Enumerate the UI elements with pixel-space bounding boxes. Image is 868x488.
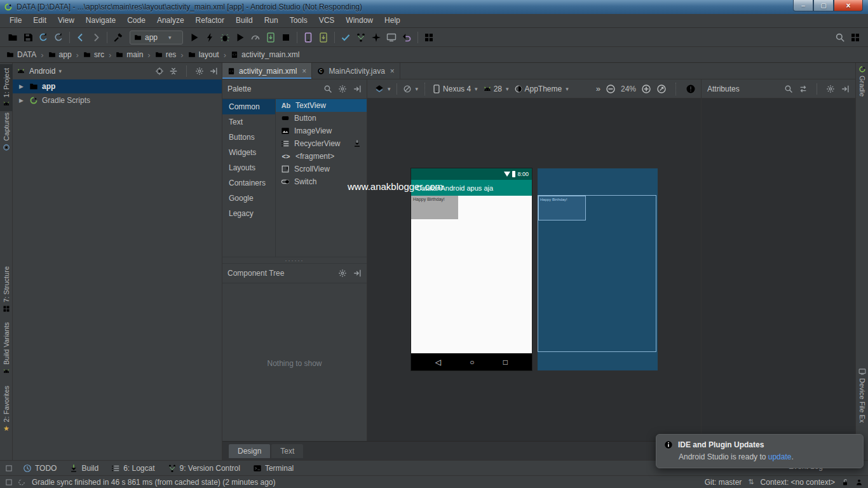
sync-gradle-button[interactable]: [36, 30, 51, 45]
forward-button[interactable]: [88, 30, 104, 45]
toolwindow-build[interactable]: Build: [63, 464, 105, 473]
hide-panel-icon[interactable]: [209, 67, 218, 76]
undo-button[interactable]: [399, 30, 414, 45]
lock-icon[interactable]: [841, 478, 849, 486]
install-device-button[interactable]: [263, 30, 278, 45]
toolwindow-terminal[interactable]: Terminal: [247, 464, 300, 473]
gear-icon[interactable]: [195, 67, 204, 76]
apply-changes-button[interactable]: [202, 30, 217, 45]
vcs-branch-button[interactable]: [353, 30, 369, 45]
design-preview-phone[interactable]: 8:00 CatatanAndroid apus aja Happy Birth…: [411, 168, 532, 370]
notification-popup[interactable]: IDE and Plugin Updates Android Studio is…: [656, 434, 864, 468]
toolwindow-logcat[interactable]: 6: Logcat: [105, 464, 161, 473]
tab-mainactivity-java[interactable]: MainActivity.java ×: [312, 63, 400, 79]
run-button[interactable]: [187, 30, 202, 45]
breadcrumb-item-layout[interactable]: layout: [187, 50, 220, 59]
design-surface-select[interactable]: ▾: [372, 85, 393, 93]
hide-panel-icon[interactable]: [353, 269, 362, 278]
stripe-favorites[interactable]: 2: Favorites ★: [0, 386, 13, 433]
menu-item-run[interactable]: Run: [259, 14, 284, 27]
api-level-select[interactable]: 28▾: [480, 85, 512, 93]
toolwindow-version-control[interactable]: 9: Version Control: [161, 464, 247, 473]
toolwindow-layout-button[interactable]: [848, 30, 863, 45]
palette-category-layouts[interactable]: Layouts: [222, 160, 275, 175]
palette-item-recyclerview[interactable]: RecyclerView: [276, 137, 367, 150]
gear-icon[interactable]: [826, 85, 835, 93]
vcs-update-button[interactable]: [338, 30, 353, 45]
run-configuration-select[interactable]: app ▾: [130, 30, 183, 44]
collapse-all-icon[interactable]: [169, 67, 178, 76]
toolwindow-todo[interactable]: TODO: [17, 464, 63, 473]
menu-item-navigate[interactable]: Navigate: [80, 14, 121, 27]
hide-panel-icon[interactable]: [353, 85, 362, 93]
menu-item-file[interactable]: File: [4, 14, 27, 27]
menu-item-analyze[interactable]: Analyze: [151, 14, 190, 27]
gear-icon[interactable]: [338, 85, 347, 93]
process-square-icon[interactable]: [5, 478, 13, 486]
menu-item-code[interactable]: Code: [121, 14, 151, 27]
close-button[interactable]: ×: [834, 0, 863, 11]
breadcrumb-item-src[interactable]: src: [82, 50, 105, 59]
palette-item-scrollview[interactable]: ScrollView: [276, 163, 367, 175]
git-branch-widget[interactable]: Git: master: [705, 478, 742, 487]
swap-arrows-icon[interactable]: [799, 85, 808, 93]
breadcrumb-item-activity-main[interactable]: activity_main.xml: [229, 50, 301, 59]
panel-splitter-handle[interactable]: ······: [222, 257, 367, 264]
tab-activity-main-xml[interactable]: activity_main.xml ×: [222, 63, 312, 79]
breadcrumb-item-app[interactable]: app: [47, 50, 73, 59]
expand-chevron-icon[interactable]: ▶: [19, 83, 25, 90]
menu-item-window[interactable]: Window: [340, 14, 379, 27]
code-insight-button[interactable]: [369, 30, 384, 45]
zoom-to-fit-icon[interactable]: [656, 84, 667, 94]
menu-item-help[interactable]: Help: [379, 14, 406, 27]
resource-manager-button[interactable]: [421, 30, 437, 45]
maximize-button[interactable]: ▢: [813, 0, 834, 11]
stripe-structure[interactable]: 7: Structure: [0, 266, 13, 313]
design-textview[interactable]: Happy Birthday!: [411, 196, 458, 219]
gear-icon[interactable]: [338, 269, 347, 278]
context-widget[interactable]: Context: <no context>: [761, 478, 835, 487]
title-bar[interactable]: DATA [D:\DATA] - ...\app\src\main\res\la…: [0, 0, 868, 14]
project-tree-item-app[interactable]: ▶ app: [13, 79, 222, 93]
close-tab-icon[interactable]: ×: [302, 67, 306, 76]
open-button[interactable]: [5, 30, 20, 45]
breadcrumb-item-data[interactable]: DATA: [5, 50, 37, 59]
search-everywhere-button[interactable]: [832, 30, 848, 45]
debug-button[interactable]: [217, 30, 233, 45]
blueprint-preview[interactable]: Happy Birthday!: [538, 168, 658, 370]
minimize-button[interactable]: –: [793, 0, 813, 11]
expand-chevron-icon[interactable]: ▶: [19, 97, 25, 104]
tab-design[interactable]: Design: [229, 444, 270, 458]
update-link[interactable]: update: [768, 452, 792, 461]
search-icon[interactable]: [323, 85, 332, 93]
palette-item-imageview[interactable]: ImageView: [276, 125, 367, 137]
save-all-button[interactable]: [20, 30, 36, 45]
blueprint-root-layout[interactable]: Happy Birthday!: [538, 195, 656, 352]
device-select[interactable]: Nexus 4▾: [430, 85, 480, 93]
menu-item-tools[interactable]: Tools: [284, 14, 313, 27]
palette-category-text[interactable]: Text: [222, 114, 275, 130]
menu-item-refactor[interactable]: Refactor: [190, 14, 230, 27]
error-badge-icon[interactable]: [686, 84, 696, 94]
menu-item-build[interactable]: Build: [230, 14, 259, 27]
palette-category-legacy[interactable]: Legacy: [222, 206, 275, 221]
breadcrumb-item-main[interactable]: main: [114, 50, 144, 59]
close-tab-icon[interactable]: ×: [390, 67, 395, 76]
profile-button[interactable]: [248, 30, 263, 45]
breadcrumb-item-res[interactable]: res: [154, 50, 178, 59]
zoom-in-icon[interactable]: [641, 84, 651, 94]
stripe-build-variants[interactable]: Build Variants: [0, 322, 13, 375]
stripe-captures[interactable]: Captures: [0, 112, 13, 151]
back-button[interactable]: [73, 30, 88, 45]
palette-item-textview[interactable]: AbTextView: [276, 99, 367, 112]
tab-text[interactable]: Text: [271, 444, 303, 458]
reload-button[interactable]: [51, 30, 66, 45]
palette-category-buttons[interactable]: Buttons: [222, 130, 275, 145]
palette-category-widgets[interactable]: Widgets: [222, 145, 275, 160]
theme-select[interactable]: AppTheme▾: [512, 85, 571, 93]
toolwindow-switcher-button[interactable]: [1, 461, 17, 476]
orientation-select[interactable]: ▾: [400, 85, 421, 93]
project-view-mode-select[interactable]: Android: [29, 67, 55, 76]
phone-content-area[interactable]: Happy Birthday!: [411, 196, 532, 353]
hide-panel-icon[interactable]: [841, 85, 850, 93]
